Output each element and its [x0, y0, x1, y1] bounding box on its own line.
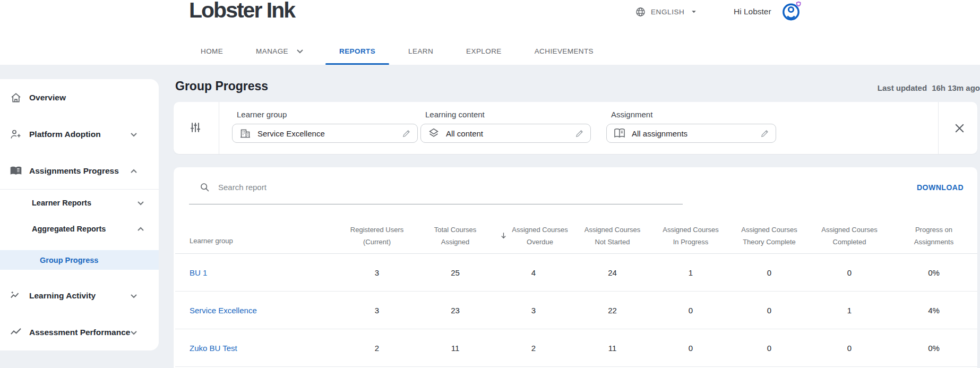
column-header-label: Assigned CoursesTheory Complete [741, 224, 797, 248]
sidebar-item-learning-activity[interactable]: Learning Activity [0, 277, 159, 314]
linechart-icon [10, 326, 22, 339]
caret-down-icon [689, 7, 699, 16]
download-button[interactable]: DOWNLOAD [917, 183, 964, 192]
value-cell: 2 [494, 329, 573, 366]
search-icon [199, 182, 210, 193]
sidebar-item-label: Assessment Performance [29, 328, 130, 337]
language-selector[interactable]: ENGLISH [635, 4, 699, 19]
nav-tab-reports[interactable]: REPORTS [325, 37, 389, 65]
column-header-label: Assigned CoursesIn Progress [663, 224, 719, 248]
column-header-registered-users-current[interactable]: Registered Users(Current) [337, 218, 417, 253]
value-cell: 1 [651, 254, 730, 291]
value-cell: 0 [651, 329, 730, 366]
main-nav: HOME MANAGE REPORTS LEARN EXPLORE ACHIEV… [187, 37, 607, 65]
filter-field-learner-group[interactable]: Service Excellence [232, 124, 418, 143]
nav-tab-learn[interactable]: LEARN [394, 37, 447, 65]
sidebar-item-assessment-performance[interactable]: Assessment Performance [0, 314, 159, 350]
edit-pencil-icon[interactable] [760, 129, 770, 139]
nav-tab-label: REPORTS [339, 47, 375, 55]
learner-group-link[interactable]: BU 1 [190, 268, 207, 277]
chevron-down-icon [127, 289, 140, 302]
value-cell: 11 [417, 329, 494, 366]
column-header-learner-group[interactable]: Learner group [175, 218, 337, 253]
value-cell: 22 [573, 292, 651, 329]
value-cell: 4 [494, 254, 573, 291]
value-cell: 24 [573, 254, 651, 291]
nav-tab-achievements[interactable]: ACHIEVEMENTS [521, 37, 607, 65]
table-row: BU 1 3254241000% [175, 254, 977, 292]
column-header-label: Learner group [190, 235, 233, 247]
nav-tab-manage[interactable]: MANAGE [242, 37, 320, 65]
book-icon [10, 165, 22, 177]
sort-arrow-down-icon[interactable] [499, 231, 508, 240]
filter-label: Learning content [425, 110, 591, 119]
nav-tab-home[interactable]: HOME [187, 37, 237, 65]
filter-group-learner-group: Learner group Service Excellence [232, 110, 418, 143]
value-cell: 0 [809, 329, 890, 366]
value-cell: 0 [651, 292, 730, 329]
sidebar-item-assignments-progress[interactable]: Assignments Progress [0, 152, 159, 189]
column-header-assigned-courses-completed[interactable]: Assigned CoursesCompleted [809, 218, 890, 253]
column-header-assigned-courses-theory-complete[interactable]: Assigned CoursesTheory Complete [730, 218, 809, 253]
column-header-label: Assigned CoursesNot Started [584, 224, 641, 248]
filter-field-assignment[interactable]: All assignments [606, 124, 776, 143]
value-cell: 0 [730, 292, 809, 329]
column-header-total-courses-assigned[interactable]: Total CoursesAssigned [417, 218, 494, 253]
last-updated-value: 16h 13m ago [932, 83, 980, 92]
avatar-icon[interactable] [781, 1, 802, 22]
chevron-down-icon [134, 196, 147, 209]
value-cell: 0 [809, 254, 890, 291]
learner-group-cell: BU 1 [175, 254, 337, 291]
table-body: BU 1 3254241000% Service Excellence 3233… [175, 254, 977, 367]
value-cell: 2 [337, 329, 417, 366]
sidebar-item-label: Assignments Progress [29, 166, 119, 176]
column-header-label: Progress onAssignments [914, 224, 953, 248]
learner-group-link[interactable]: Zuko BU Test [190, 344, 237, 353]
column-header-assigned-courses-overdue[interactable]: Assigned CoursesOverdue [494, 218, 573, 253]
user-greeting: Hi Lobster [734, 7, 771, 16]
column-header-assigned-courses-not-started[interactable]: Assigned CoursesNot Started [573, 218, 651, 253]
person-add-icon [10, 128, 22, 141]
nav-tab-label: ACHIEVEMENTS [535, 47, 594, 55]
sidebar-item-overview[interactable]: Overview [0, 79, 159, 116]
sidebar: Overview Platform Adoption Assignments P… [0, 79, 159, 350]
filter-group-learning-content: Learning content All content [420, 110, 591, 143]
nav-tab-label: MANAGE [256, 47, 288, 55]
nav-tab-explore[interactable]: EXPLORE [452, 37, 515, 65]
home-icon [10, 91, 22, 104]
chevron-down-icon [294, 45, 306, 57]
filter-settings-icon[interactable] [188, 121, 202, 134]
filter-value: Service Excellence [257, 129, 396, 138]
table-row: Service Excellence 3233220014% [175, 292, 977, 329]
sidebar-item-group-progress[interactable]: Group Progress [0, 250, 159, 270]
value-cell: 0 [730, 329, 809, 366]
learner-group-cell: Zuko BU Test [175, 329, 337, 366]
value-cell: 1 [809, 292, 890, 329]
sidebar-item-learner-reports[interactable]: Learner Reports [0, 190, 159, 216]
book-open-icon [613, 127, 626, 140]
sidebar-item-aggregated-reports[interactable]: Aggregated Reports [0, 216, 159, 242]
sidebar-item-label: Learning Activity [29, 291, 96, 301]
column-header-progress-on-assignments[interactable]: Progress onAssignments [890, 218, 977, 253]
layers-icon [427, 127, 440, 140]
filter-label: Assignment [611, 110, 776, 119]
learner-group-link[interactable]: Service Excellence [190, 306, 257, 315]
edit-pencil-icon[interactable] [574, 129, 584, 139]
sidebar-item-platform-adoption[interactable]: Platform Adoption [0, 116, 159, 152]
chevron-down-icon [127, 128, 140, 141]
edit-pencil-icon[interactable] [401, 129, 411, 139]
search-input[interactable] [218, 181, 515, 193]
filter-field-learning-content[interactable]: All content [420, 124, 591, 143]
filter-value: All assignments [632, 129, 754, 138]
nav-tab-label: LEARN [408, 47, 433, 55]
learner-group-cell: Service Excellence [175, 292, 337, 329]
user-menu[interactable]: Hi Lobster [734, 2, 802, 21]
value-cell: 23 [417, 292, 494, 329]
value-cell: 3 [337, 254, 417, 291]
column-header-assigned-courses-in-progress[interactable]: Assigned CoursesIn Progress [651, 218, 730, 253]
search-underline [189, 204, 683, 204]
lobster-ink-logo: Lobster Ink [189, 0, 295, 23]
app-header: Lobster Ink HOME MANAGE REPORTS LEARN EX… [0, 0, 980, 65]
close-icon[interactable] [953, 122, 966, 135]
filter-bar: Learner group Service Excellence Learnin… [174, 102, 977, 154]
